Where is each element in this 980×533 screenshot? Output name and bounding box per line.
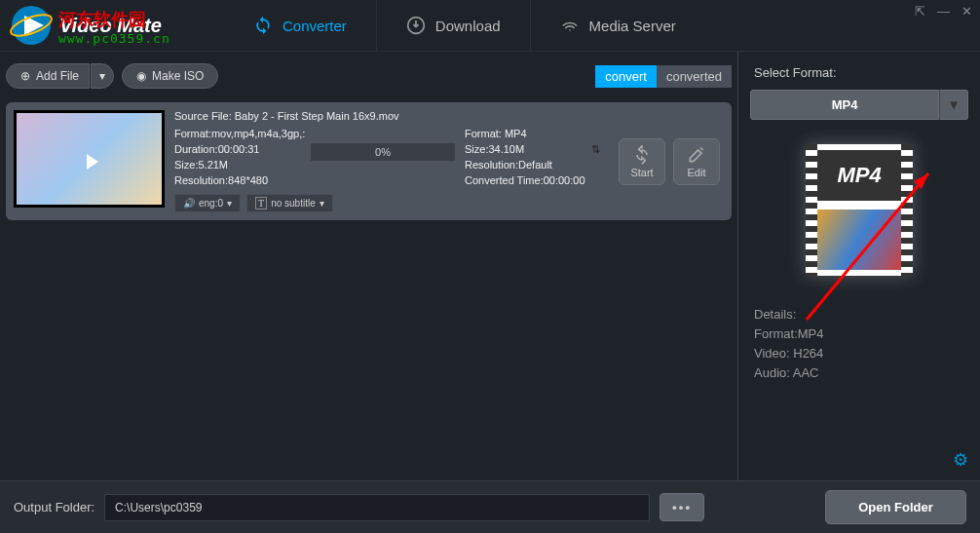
add-file-dropdown[interactable]: ▾ (91, 63, 114, 89)
add-file-label: Add File (36, 69, 79, 83)
src-format: Format:mov,mp4,m4a,3gp,: (174, 126, 301, 141)
dst-converted-time: Converted Time:00:00:00 (465, 172, 591, 188)
format-select: MP4 ▼ (750, 90, 968, 120)
source-label: Source File: (174, 110, 232, 122)
source-info-col: Format:mov,mp4,m4a,3gp,: Duration:00:00:… (174, 126, 301, 188)
format-preview-image (817, 209, 901, 270)
track-bar: 🔊 eng:0 ▾ T no subtitle ▾ (174, 194, 609, 212)
format-details: Details: Format:MP4 Video: H264 Audio: A… (750, 305, 968, 383)
source-name: Baby 2 - First Step Main 16x9.mov (235, 110, 399, 122)
select-format-label: Select Format: (750, 65, 968, 80)
tab-converter-label: Converter (283, 18, 347, 34)
browse-button[interactable]: ••• (660, 493, 704, 521)
dst-format: Format: MP4 (465, 126, 591, 141)
add-file-button[interactable]: ⊕ Add File (6, 63, 90, 89)
convert-toggle: convert converted (595, 65, 732, 88)
logo-area: Video Mate 河东软件园 www.pc0359.cn (0, 0, 224, 52)
subtitle-label: no subtitle (271, 198, 316, 209)
src-duration: Duration:00:00:31 (174, 141, 301, 157)
converted-tab[interactable]: converted (657, 65, 732, 88)
text-icon: T (255, 197, 267, 209)
make-iso-button[interactable]: ◉ Make ISO (122, 63, 218, 89)
format-dropdown[interactable]: ▼ (939, 90, 968, 120)
close-icon[interactable]: ✕ (961, 4, 972, 19)
detail-video: Video: H264 (754, 344, 968, 363)
src-size: Size:5.21M (174, 157, 301, 172)
output-folder-input[interactable] (104, 494, 650, 521)
subtitle-button[interactable]: T no subtitle ▾ (246, 194, 333, 212)
edit-label: Edit (688, 167, 706, 178)
file-actions: Start Edit (619, 110, 724, 212)
edit-button[interactable]: Edit (673, 138, 720, 185)
refresh-icon (253, 16, 273, 35)
edit-icon (687, 145, 706, 165)
open-folder-button[interactable]: Open Folder (825, 490, 966, 524)
left-panel: ⊕ Add File ▾ ◉ Make ISO convert converte… (0, 52, 738, 480)
disc-icon: ◉ (136, 69, 146, 83)
main-area: ⊕ Add File ▾ ◉ Make ISO convert converte… (0, 52, 980, 480)
chevron-down-icon: ▾ (320, 198, 324, 209)
audio-track-label: eng:0 (199, 198, 223, 209)
tab-download-label: Download (435, 18, 501, 34)
progress-text: 0% (375, 146, 391, 158)
wifi-icon (560, 16, 580, 35)
sort-icon[interactable]: ⇅ (591, 126, 609, 188)
svg-marker-4 (914, 173, 928, 189)
detail-audio: Audio: AAC (754, 363, 968, 383)
settings-icon[interactable]: ⚙ (953, 449, 968, 471)
window-controls: ⇱ — ✕ (915, 4, 972, 19)
chevron-down-icon: ▾ (227, 198, 232, 209)
audio-icon: 🔊 (183, 198, 195, 209)
watermark-text-2: www.pc0359.cn (58, 31, 170, 46)
src-resolution: Resolution:848*480 (174, 172, 301, 188)
chevron-down-icon: ▼ (947, 97, 960, 112)
detail-format: Format:MP4 (754, 324, 968, 344)
format-preview-label: MP4 (817, 150, 901, 201)
start-label: Start (630, 167, 653, 178)
topbar: Video Mate 河东软件园 www.pc0359.cn Converter… (0, 0, 980, 52)
download-icon (406, 16, 426, 35)
toolbar: ⊕ Add File ▾ ◉ Make ISO convert converte… (6, 59, 732, 93)
make-iso-label: Make ISO (152, 69, 204, 83)
dst-resolution: Resolution:Default (465, 157, 591, 172)
watermark-text-1: 河东软件园 (58, 8, 146, 31)
details-label: Details: (754, 305, 968, 324)
right-panel: Select Format: MP4 ▼ MP4 Details: Format… (738, 52, 980, 480)
tab-media-server-label: Media Server (589, 18, 676, 34)
source-file-line: Source File: Baby 2 - First Step Main 16… (174, 110, 609, 122)
dst-size: Size:34.10M (465, 141, 591, 157)
dest-info-col: Format: MP4 Size:34.10M Resolution:Defau… (465, 126, 591, 188)
plus-file-icon: ⊕ (20, 69, 30, 83)
progress-bar: 0% (311, 143, 455, 161)
convert-tab[interactable]: convert (595, 65, 657, 88)
tab-media-server[interactable]: Media Server (531, 0, 705, 52)
file-item: Source File: Baby 2 - First Step Main 16… (6, 102, 732, 220)
refresh-icon (632, 145, 652, 165)
popout-icon[interactable]: ⇱ (915, 4, 925, 19)
output-folder-label: Output Folder: (14, 500, 94, 514)
app-logo-icon (10, 4, 54, 48)
minimize-icon[interactable]: — (937, 4, 950, 19)
tab-download[interactable]: Download (377, 0, 531, 52)
audio-track-button[interactable]: 🔊 eng:0 ▾ (174, 194, 241, 212)
start-button[interactable]: Start (619, 138, 665, 185)
tab-converter[interactable]: Converter (224, 0, 377, 52)
chevron-down-icon: ▾ (99, 69, 105, 83)
file-info: Source File: Baby 2 - First Step Main 16… (174, 110, 609, 212)
footer: Output Folder: ••• Open Folder (0, 480, 980, 533)
progress-area: 0% (301, 126, 465, 188)
main-nav: Converter Download Media Server (224, 0, 705, 52)
format-button[interactable]: MP4 (750, 90, 939, 120)
format-preview: MP4 (806, 144, 913, 276)
video-thumbnail[interactable] (14, 110, 165, 208)
